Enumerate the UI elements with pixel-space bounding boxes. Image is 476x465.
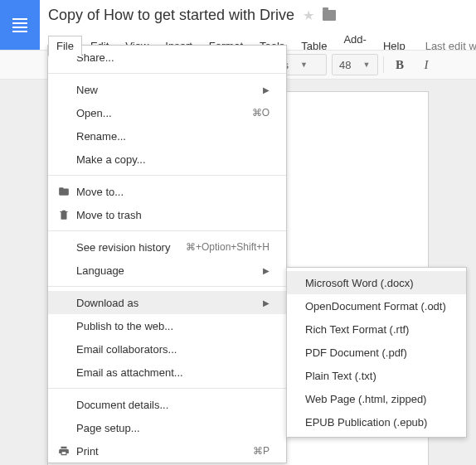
menu-item-email-attach[interactable]: Email as attachment... [48,361,286,384]
folder-move-icon [55,186,73,197]
submenu-item-pdf[interactable]: PDF Document (.pdf) [287,341,466,364]
caret-down-icon: ▼ [300,61,308,69]
document-title[interactable]: Copy of How to get started with Drive [48,7,294,24]
font-size: 48 [339,59,351,71]
trash-icon [55,209,73,220]
submenu-item-txt[interactable]: Plain Text (.txt) [287,364,466,387]
menu-item-language[interactable]: Language ▶ [48,259,286,282]
folder-icon[interactable] [323,10,336,21]
app-header: Copy of How to get started with Drive ★ … [0,0,476,50]
print-icon [55,445,73,457]
menu-separator [48,73,286,74]
menu-separator [48,388,286,389]
docs-logo[interactable] [0,0,40,50]
menu-separator [48,175,286,176]
menu-item-page-setup[interactable]: Page setup... [48,416,286,439]
menu-separator [48,230,286,231]
menu-item-open[interactable]: Open... ⌘O [48,101,286,124]
menu-item-make-copy[interactable]: Make a copy... [48,148,286,171]
italic-button[interactable]: I [415,54,437,75]
submenu-item-rtf[interactable]: Rich Text Format (.rtf) [287,317,466,341]
download-as-submenu: Microsoft Word (.docx) OpenDocument Form… [286,267,467,438]
submenu-item-epub[interactable]: EPUB Publication (.epub) [287,410,466,434]
chevron-right-icon: ▶ [263,266,270,275]
file-menu-dropdown: Share... New ▶ Open... ⌘O Rename... Make… [47,45,287,463]
caret-down-icon: ▼ [362,61,370,69]
menu-item-download-as[interactable]: Download as ▶ [48,291,286,314]
submenu-item-odt[interactable]: OpenDocument Format (.odt) [287,294,466,317]
menu-separator [48,286,286,287]
star-icon[interactable]: ★ [303,7,314,23]
menu-item-move-trash[interactable]: Move to trash [48,203,286,226]
menu-item-revision[interactable]: See revision history ⌘+Option+Shift+H [48,235,286,259]
menu-item-publish[interactable]: Publish to the web... [48,314,286,337]
submenu-item-html[interactable]: Web Page (.html, zipped) [287,387,466,410]
menu-item-print[interactable]: Print ⌘P [48,439,286,463]
menu-item-share[interactable]: Share... [48,46,286,69]
chevron-right-icon: ▶ [263,85,270,94]
menu-item-email-collab[interactable]: Email collaborators... [48,337,286,361]
font-size-select[interactable]: 48 ▼ [332,54,378,75]
menu-item-new[interactable]: New ▶ [48,78,286,101]
menu-item-move-to[interactable]: Move to... [48,180,286,203]
menu-item-rename[interactable]: Rename... [48,124,286,148]
toolbar-divider [383,56,384,73]
bold-button[interactable]: B [389,54,410,75]
submenu-item-docx[interactable]: Microsoft Word (.docx) [287,271,466,294]
menu-file[interactable]: File [48,36,82,56]
chevron-right-icon: ▶ [263,298,270,308]
menu-icon [12,18,27,32]
menu-item-doc-details[interactable]: Document details... [48,393,286,416]
